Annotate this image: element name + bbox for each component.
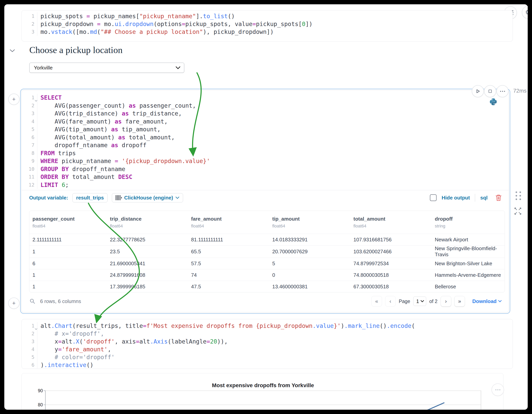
sql-editor[interactable]: 1SELECT2 AVG(passenger_count) as passeng…: [22, 90, 509, 189]
pickup-location-select[interactable]: Yorkville: [29, 63, 184, 73]
table-cell: Hammels-Arverne-Edgemere: [432, 269, 505, 281]
table-cell: 5: [269, 258, 350, 269]
table-row: 2.111111111122.327777862581.111111111114…: [29, 234, 505, 246]
line-number: 5: [22, 353, 37, 361]
code-line: 3 AVG(trip_distance) as trip_distance,: [22, 110, 509, 118]
add-cell-above-button[interactable]: +: [8, 94, 19, 105]
collapse-cell-chevron-icon[interactable]: [9, 49, 16, 53]
line-number: 4: [22, 345, 37, 353]
python-logo-icon: [489, 98, 497, 106]
line-number: 3: [22, 110, 37, 118]
code-text: pickup_dropdown = mo.ui.dropdown(options…: [37, 20, 313, 28]
table-cell: Bellerose: [432, 281, 505, 292]
download-button[interactable]: Download: [472, 298, 502, 304]
run-cell-button[interactable]: [472, 85, 484, 97]
sql-cell[interactable]: 1SELECT2 AVG(passenger_count) as passeng…: [20, 89, 510, 314]
line-number: 11: [22, 173, 37, 181]
table-cell: 20.7000007629: [269, 246, 350, 258]
table-cell: 107.9316681756: [350, 234, 432, 246]
column-type: string: [435, 224, 502, 233]
table-header-row: passenger_countfloat64trip_distancefloat…: [29, 211, 505, 234]
hide-output-label: Hide output: [442, 195, 470, 201]
code-line: 2 AVG(passenger_count) as passenger_coun…: [22, 102, 509, 110]
code-text: mo.vstack([mo.md("## Choose a pickup loc…: [37, 28, 274, 36]
code-line: 1SELECT: [22, 94, 509, 102]
add-cell-below-button[interactable]: +: [8, 297, 19, 309]
code-text: WHERE pickup_ntaname = '{pickup_dropdown…: [37, 157, 210, 165]
table-cell: 74.8000030518: [350, 269, 432, 281]
code-line: 2 # x='dropoff',: [22, 330, 513, 338]
table-cell: 1: [29, 269, 107, 281]
screen-frame: [0, 410, 532, 414]
line-number: 2: [22, 102, 37, 110]
table-cell: 1: [29, 281, 107, 292]
column-header[interactable]: trip_distancefloat64: [107, 211, 188, 234]
code-text: y='fare_amount',: [37, 345, 111, 353]
code-text: AVG(trip_distance) as trip_distance,: [37, 110, 182, 118]
code-text: alt.Chart(result_trips, title=f'Most exp…: [37, 322, 415, 330]
column-header[interactable]: passenger_countfloat64: [29, 211, 107, 234]
table-cell: 57.5: [188, 258, 269, 269]
column-header[interactable]: total_amountfloat64: [350, 211, 432, 234]
table-row: 621.690000534157.5574.8799972534New Brig…: [29, 258, 505, 269]
code-cell-dropdown[interactable]: 1pickup_spots = pickup_names["pickup_nta…: [21, 10, 513, 41]
code-text: AVG(fare_amount) as fare_amount,: [37, 118, 168, 126]
code-text: ORDER BY total_amount DESC: [37, 173, 133, 181]
page-number-select[interactable]: 1: [413, 296, 426, 306]
table-row: 123.565.520.7000007629103.6200027466New …: [29, 246, 505, 258]
table-cell: 0: [269, 269, 350, 281]
chart-line-layer[interactable]: [22, 373, 503, 414]
pagination: « ‹ Page 1 of 2 › » Download: [371, 296, 502, 306]
code-line: 6).interactive(): [22, 361, 513, 369]
row-column-summary: 6 rows, 6 columns: [40, 298, 81, 304]
drag-cell-handle-icon[interactable]: [516, 191, 521, 200]
cell-runtime: 72ms: [513, 88, 527, 94]
cell-more-options-button[interactable]: [496, 85, 509, 97]
search-icon[interactable]: [29, 298, 35, 304]
code-line: 4 y='fare_amount',: [22, 345, 513, 353]
code-cell-chart[interactable]: 1alt.Chart(result_trips, title=f'Most ex…: [21, 319, 513, 369]
column-header[interactable]: tip_amountfloat64: [269, 211, 350, 234]
first-page-button[interactable]: «: [371, 296, 382, 306]
column-header[interactable]: fare_amountfloat64: [188, 211, 269, 234]
code-line: 5 AVG(tip_amount) as tip_amount,: [22, 126, 509, 134]
code-line: 4 AVG(fare_amount) as fare_amount,: [22, 118, 509, 126]
code-line: 3 x=alt.X('dropoff', axis=alt.Axis(label…: [22, 338, 513, 345]
expand-cell-icon[interactable]: ↖↗↙↘: [514, 207, 522, 215]
prev-page-button[interactable]: ‹: [385, 296, 396, 306]
column-header[interactable]: dropoffstring: [432, 211, 505, 234]
line-number: 7: [22, 141, 37, 149]
code-line: 1alt.Chart(result_trips, title=f'Most ex…: [22, 322, 513, 330]
table-cell: 67.3000030518: [350, 281, 432, 292]
code-line: 7 dropoff_ntaname as dropoff: [22, 141, 509, 149]
table-row: 124.879999160874074.8000030518Hammels-Ar…: [29, 269, 505, 281]
last-page-button[interactable]: »: [454, 296, 465, 306]
chart-output: Most expensive dropoffs from Yorkville 9…: [21, 373, 504, 414]
table-cell: 103.6200027466: [350, 246, 432, 258]
code-text: ).interactive(): [37, 361, 94, 369]
code-line: 1pickup_spots = pickup_names["pickup_nta…: [22, 12, 513, 20]
line-number: 1: [22, 94, 37, 102]
code-text: SELECT: [37, 94, 62, 102]
next-page-button[interactable]: ›: [441, 296, 451, 306]
result-table: passenger_countfloat64trip_distancefloat…: [29, 211, 505, 292]
table-cell: 47.5: [188, 281, 269, 292]
hide-output-checkbox[interactable]: [430, 194, 437, 201]
table-footer: 6 rows, 6 columns « ‹ Page 1 of 2 › » Do…: [22, 292, 509, 306]
line-number: 9: [22, 157, 37, 165]
table-cell: 6: [29, 258, 107, 269]
code-line: 9WHERE pickup_ntaname = '{pickup_dropdow…: [22, 157, 509, 165]
code-line: 6 AVG(total_amount) as total_amount,: [22, 134, 509, 141]
output-variable-chip[interactable]: result_trips: [72, 193, 108, 202]
page-total-label: of 2: [429, 298, 437, 304]
column-type: float64: [110, 224, 185, 233]
engine-selector[interactable]: ClickHouse (engine): [112, 193, 183, 202]
language-badge[interactable]: sql: [480, 195, 488, 201]
line-number: 8: [22, 149, 37, 157]
stop-cell-button[interactable]: [484, 85, 496, 97]
delete-cell-trash-icon[interactable]: [495, 194, 502, 201]
line-number: 6: [22, 361, 37, 369]
play-icon: [475, 89, 480, 94]
code-text: FROM trips: [37, 149, 76, 157]
line-number: 2: [22, 330, 37, 338]
